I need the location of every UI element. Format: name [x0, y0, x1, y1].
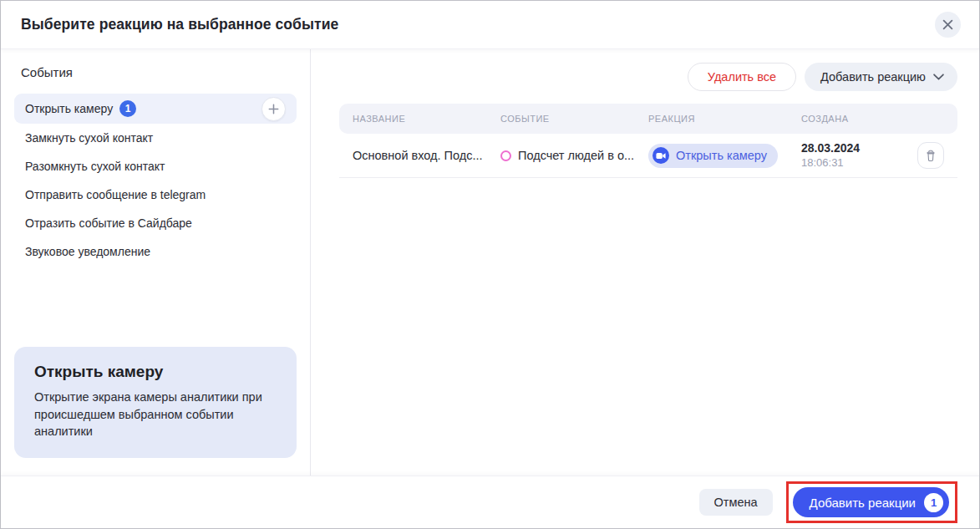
- created-time: 18:06:31: [801, 156, 907, 170]
- info-card-description: Открытие экрана камеры аналитики при про…: [34, 389, 277, 440]
- event-item-label: Замкнуть сухой контакт: [25, 131, 153, 145]
- plus-icon: [268, 104, 279, 114]
- reaction-select-dialog: Выберите реакцию на выбранное событие Со…: [0, 0, 980, 529]
- dialog-title: Выберите реакцию на выбранное событие: [21, 16, 338, 33]
- trash-icon: [925, 150, 937, 162]
- cell-created: 28.03.2024 18:06:31: [801, 140, 907, 170]
- video-camera-icon: [652, 147, 669, 164]
- dialog-footer: Отмена Добавить реакции 1: [1, 476, 979, 528]
- event-count-badge: 1: [119, 100, 136, 117]
- reaction-badge-label: Открыть камеру: [676, 149, 767, 162]
- add-reactions-count-badge: 1: [924, 493, 943, 512]
- highlight-annotation-box: Добавить реакции 1: [786, 481, 957, 523]
- table-row: Основной вход. Подс... Подсчет людей в о…: [339, 134, 957, 178]
- event-info-card: Открыть камеру Открытие экрана камеры ан…: [14, 347, 297, 458]
- event-item-label: Разомкнуть сухой контакт: [25, 160, 165, 173]
- delete-all-button[interactable]: Удалить все: [688, 63, 796, 91]
- close-button[interactable]: [935, 12, 961, 38]
- add-reaction-dropdown-label: Добавить реакцию: [820, 70, 926, 84]
- sidebar-item-open-dry-contact[interactable]: Разомкнуть сухой контакт: [14, 152, 297, 181]
- chevron-down-icon: [933, 74, 944, 80]
- event-item-label: Отправить сообщение в telegram: [25, 188, 206, 201]
- sidebar-item-show-in-sidebar[interactable]: Отразить событие в Сайдбаре: [14, 209, 297, 237]
- cell-reaction: Открыть камеру: [648, 144, 801, 168]
- reactions-toolbar: Удалить все Добавить реакцию: [339, 63, 957, 91]
- cell-event-label: Подсчет людей в о...: [518, 149, 634, 162]
- events-sidebar: События Открыть камеру 1 Замкнуть сухой …: [1, 48, 311, 476]
- column-header-reaction: РЕАКЦИЯ: [648, 114, 801, 124]
- column-header-event: СОБЫТИЕ: [500, 114, 648, 124]
- sidebar-item-sound-notification[interactable]: Звуковое уведомление: [14, 237, 297, 266]
- add-reactions-button[interactable]: Добавить реакции 1: [793, 487, 949, 517]
- add-event-reaction-button[interactable]: [262, 97, 286, 121]
- close-icon: [942, 19, 953, 30]
- sidebar-title: События: [14, 65, 297, 79]
- sidebar-item-open-camera[interactable]: Открыть камеру 1: [14, 94, 297, 124]
- sidebar-item-close-dry-contact[interactable]: Замкнуть сухой контакт: [14, 124, 297, 152]
- dialog-header: Выберите реакцию на выбранное событие: [1, 1, 979, 48]
- event-item-label: Отразить событие в Сайдбаре: [25, 216, 192, 230]
- event-item-label: Открыть камеру: [25, 102, 113, 115]
- event-list: Открыть камеру 1 Замкнуть сухой контакт …: [14, 94, 297, 266]
- cancel-button[interactable]: Отмена: [699, 489, 773, 516]
- event-item-label: Звуковое уведомление: [25, 245, 150, 258]
- add-reaction-dropdown[interactable]: Добавить реакцию: [805, 63, 957, 91]
- reactions-panel: Удалить все Добавить реакцию НАЗВАНИЕ СО…: [311, 48, 979, 476]
- created-date: 28.03.2024: [801, 140, 907, 155]
- column-header-name: НАЗВАНИЕ: [353, 114, 500, 124]
- add-reactions-button-label: Добавить реакции: [810, 496, 916, 510]
- cell-event: Подсчет людей в о...: [500, 149, 648, 162]
- column-header-created: СОЗДАНА: [801, 114, 907, 124]
- reaction-badge: Открыть камеру: [648, 144, 778, 168]
- event-dot-icon: [500, 150, 511, 161]
- delete-row-button[interactable]: [917, 142, 944, 169]
- cell-name: Основной вход. Подс...: [353, 149, 500, 162]
- reactions-table-header: НАЗВАНИЕ СОБЫТИЕ РЕАКЦИЯ СОЗДАНА: [339, 104, 957, 134]
- sidebar-item-send-telegram[interactable]: Отправить сообщение в telegram: [14, 181, 297, 209]
- info-card-title: Открыть камеру: [34, 363, 277, 381]
